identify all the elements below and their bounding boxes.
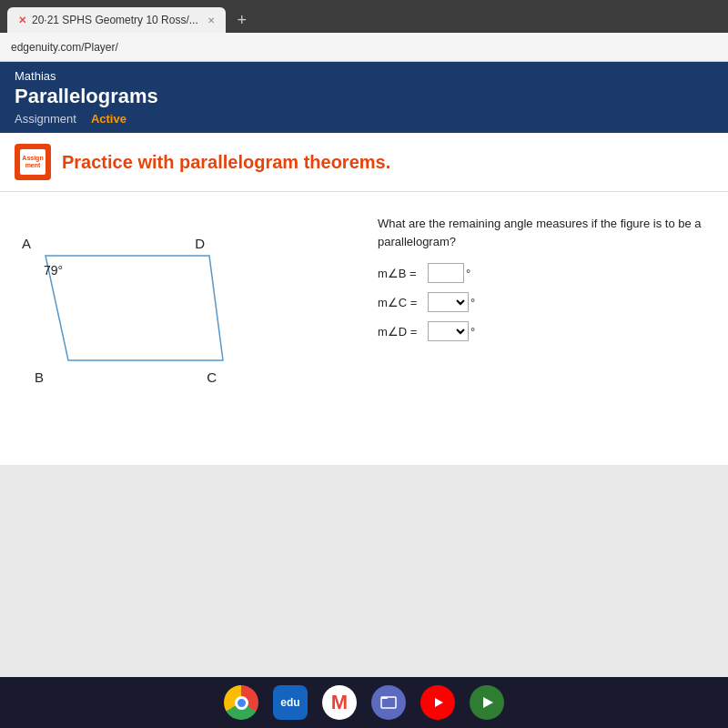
- nav-active: Active: [91, 112, 126, 126]
- angle-d-select[interactable]: 79 101: [428, 321, 469, 341]
- address-bar[interactable]: edgenuity.com/Player/: [0, 33, 728, 62]
- vertex-c-label: C: [207, 369, 217, 385]
- vertex-a-label: A: [22, 236, 31, 251]
- angle-b-label: m∠B =: [378, 267, 428, 280]
- angle-d-label: m∠D =: [378, 325, 428, 339]
- diagram-container: A D B C 79°: [18, 228, 255, 392]
- chrome-icon[interactable]: [224, 685, 258, 720]
- vertex-b-label: B: [35, 369, 44, 385]
- angle-a-label: 79°: [44, 263, 63, 278]
- angle-b-row: m∠B = °: [378, 263, 710, 283]
- browser-tab[interactable]: ✕ 20·21 SPHS Geometry 10 Ross/... ✕: [7, 7, 226, 33]
- gmail-icon[interactable]: M: [322, 685, 357, 720]
- nav-assignment[interactable]: Assignment: [15, 112, 76, 126]
- angle-d-row: m∠D = 79 101 °: [378, 321, 710, 341]
- browser-frame: ✕ 20·21 SPHS Geometry 10 Ross/... ✕ + ed…: [0, 0, 728, 728]
- question-section: What are the remaining angle measures if…: [378, 210, 710, 447]
- parallelogram-shape: [18, 228, 255, 392]
- assignment-icon: Assignment: [15, 144, 51, 180]
- question-text: What are the remaining angle measures if…: [378, 215, 710, 250]
- angle-c-degree: °: [470, 296, 475, 309]
- lesson-title: Parallelograms: [15, 85, 713, 108]
- angle-b-input[interactable]: [428, 263, 464, 283]
- angle-c-label: m∠C =: [378, 296, 428, 309]
- taskbar: edu M: [0, 677, 728, 728]
- assignment-title: Practice with parallelogram theorems.: [62, 152, 390, 173]
- angle-d-degree: °: [470, 325, 475, 339]
- assignment-header: Assignment Practice with parallelogram t…: [0, 133, 728, 192]
- angle-c-select[interactable]: 79 101: [428, 292, 469, 312]
- svg-marker-3: [435, 698, 443, 707]
- student-name: Mathias: [15, 69, 713, 83]
- tab-label: 20·21 SPHS Geometry 10 Ross/...: [32, 14, 198, 26]
- assignment-icon-text: Assignment: [22, 155, 43, 168]
- svg-marker-4: [483, 697, 493, 708]
- vertex-d-label: D: [195, 236, 205, 251]
- angle-b-degree: °: [466, 267, 470, 280]
- problem-area: A D B C 79° What are the remaining angl: [0, 192, 728, 465]
- tab-close-icon[interactable]: ✕: [207, 15, 215, 25]
- play-icon[interactable]: [470, 685, 504, 720]
- browser-content: Mathias Parallelograms Assignment Active…: [0, 62, 728, 728]
- diagram-section: A D B C 79°: [18, 210, 350, 447]
- edgenuity-header: Mathias Parallelograms Assignment Active: [0, 62, 728, 133]
- tab-bar: ✕ 20·21 SPHS Geometry 10 Ross/... ✕ +: [0, 0, 728, 33]
- new-tab-button[interactable]: +: [229, 7, 255, 33]
- address-text: edgenuity.com/Player/: [11, 41, 118, 54]
- files-icon[interactable]: [371, 685, 406, 720]
- edu-icon[interactable]: edu: [273, 685, 308, 720]
- lesson-nav: Assignment Active: [15, 112, 713, 126]
- svg-marker-0: [46, 256, 223, 360]
- angle-c-row: m∠C = 79 101 °: [378, 292, 710, 312]
- youtube-icon[interactable]: [420, 685, 455, 720]
